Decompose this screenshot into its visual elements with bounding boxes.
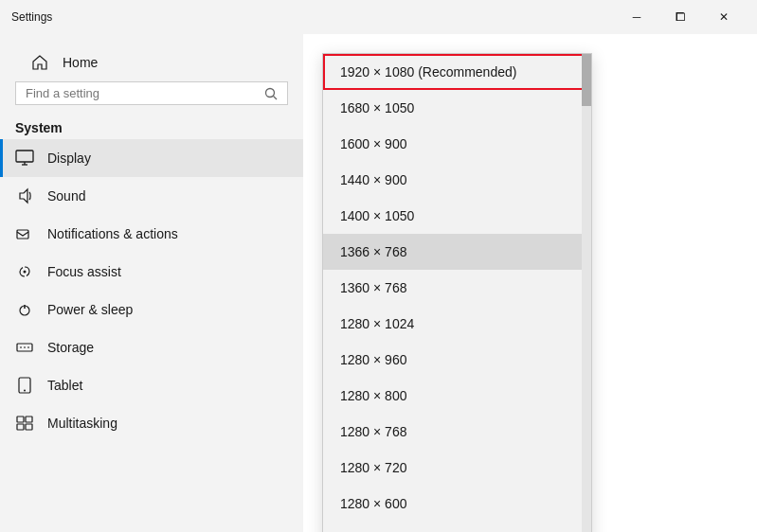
multitasking-icon bbox=[15, 414, 34, 433]
dropdown-item-11[interactable]: 1280 × 720 bbox=[323, 450, 591, 486]
dropdown-item-8[interactable]: 1280 × 960 bbox=[323, 342, 591, 378]
dropdown-item-13[interactable]: 1152 × 864 bbox=[323, 522, 591, 532]
svg-rect-6 bbox=[17, 230, 28, 239]
scrollbar-thumb[interactable] bbox=[582, 54, 591, 106]
dropdown-item-10[interactable]: 1280 × 768 bbox=[323, 414, 591, 450]
display-label: Display bbox=[47, 151, 91, 166]
sidebar-item-sound[interactable]: Sound bbox=[0, 177, 303, 215]
multitasking-label: Multitasking bbox=[47, 416, 117, 431]
minimize-button[interactable]: ─ bbox=[615, 3, 658, 31]
resolution-dropdown[interactable]: 1920 × 1080 (Recommended)1680 × 10501600… bbox=[322, 53, 592, 532]
dropdown-item-0[interactable]: 1920 × 1080 (Recommended) bbox=[323, 54, 591, 90]
sidebar: Home System bbox=[0, 34, 303, 532]
dropdown-item-1[interactable]: 1680 × 1050 bbox=[323, 90, 591, 126]
sidebar-item-display[interactable]: Display bbox=[0, 139, 303, 177]
svg-point-13 bbox=[24, 390, 26, 392]
notifications-icon bbox=[15, 224, 34, 243]
display-icon bbox=[15, 149, 34, 168]
svg-rect-14 bbox=[17, 417, 24, 422]
dropdown-item-9[interactable]: 1280 × 800 bbox=[323, 378, 591, 414]
sidebar-item-notifications[interactable]: Notifications & actions bbox=[0, 215, 303, 253]
svg-line-1 bbox=[274, 96, 278, 99]
sidebar-item-focus[interactable]: Focus assist bbox=[0, 253, 303, 291]
window-controls: ─ ⧠ ✕ bbox=[615, 3, 746, 31]
sound-icon bbox=[15, 186, 34, 205]
scrollbar-track[interactable] bbox=[582, 54, 591, 532]
search-input[interactable] bbox=[26, 86, 259, 100]
focus-icon bbox=[15, 262, 34, 281]
maximize-button[interactable]: ⧠ bbox=[658, 3, 702, 31]
home-label: Home bbox=[63, 55, 98, 70]
power-icon bbox=[15, 300, 34, 319]
svg-point-0 bbox=[266, 88, 275, 97]
dropdown-item-7[interactable]: 1280 × 1024 bbox=[323, 306, 591, 342]
sidebar-item-home[interactable]: Home bbox=[15, 44, 288, 81]
focus-label: Focus assist bbox=[47, 264, 121, 279]
sound-label: Sound bbox=[47, 188, 85, 204]
dropdown-list: 1920 × 1080 (Recommended)1680 × 10501600… bbox=[323, 54, 591, 532]
sidebar-item-tablet[interactable]: Tablet bbox=[0, 366, 303, 404]
system-label: System bbox=[0, 111, 303, 139]
svg-marker-5 bbox=[20, 189, 27, 203]
tablet-icon bbox=[15, 376, 34, 395]
dropdown-item-12[interactable]: 1280 × 600 bbox=[323, 486, 591, 522]
dropdown-item-4[interactable]: 1400 × 1050 bbox=[323, 198, 591, 234]
search-box[interactable] bbox=[15, 81, 288, 105]
svg-rect-17 bbox=[26, 424, 32, 430]
svg-point-7 bbox=[24, 271, 27, 274]
dropdown-item-2[interactable]: 1600 × 900 bbox=[323, 126, 591, 162]
dropdown-item-5[interactable]: 1366 × 768 bbox=[323, 234, 591, 270]
storage-label: Storage bbox=[47, 340, 94, 355]
svg-rect-2 bbox=[16, 151, 33, 162]
sidebar-header: Home bbox=[0, 34, 303, 111]
content-area: 1920 × 1080 (Recommended)1680 × 10501600… bbox=[303, 34, 757, 532]
storage-icon bbox=[15, 338, 34, 357]
svg-rect-15 bbox=[26, 417, 32, 422]
title-bar: Settings ─ ⧠ ✕ bbox=[0, 0, 757, 34]
svg-rect-16 bbox=[17, 424, 24, 430]
close-button[interactable]: ✕ bbox=[702, 3, 746, 31]
power-label: Power & sleep bbox=[47, 302, 133, 317]
main-layout: Home System bbox=[0, 34, 757, 532]
sidebar-item-storage[interactable]: Storage bbox=[0, 328, 303, 366]
sidebar-item-power[interactable]: Power & sleep bbox=[0, 291, 303, 328]
dropdown-item-6[interactable]: 1360 × 768 bbox=[323, 270, 591, 306]
sidebar-item-multitasking[interactable]: Multitasking bbox=[0, 404, 303, 442]
dropdown-item-3[interactable]: 1440 × 900 bbox=[323, 162, 591, 198]
tablet-label: Tablet bbox=[47, 378, 82, 393]
home-icon bbox=[30, 53, 49, 72]
notifications-label: Notifications & actions bbox=[47, 226, 178, 241]
search-icon bbox=[264, 87, 278, 100]
app-title: Settings bbox=[11, 10, 52, 24]
